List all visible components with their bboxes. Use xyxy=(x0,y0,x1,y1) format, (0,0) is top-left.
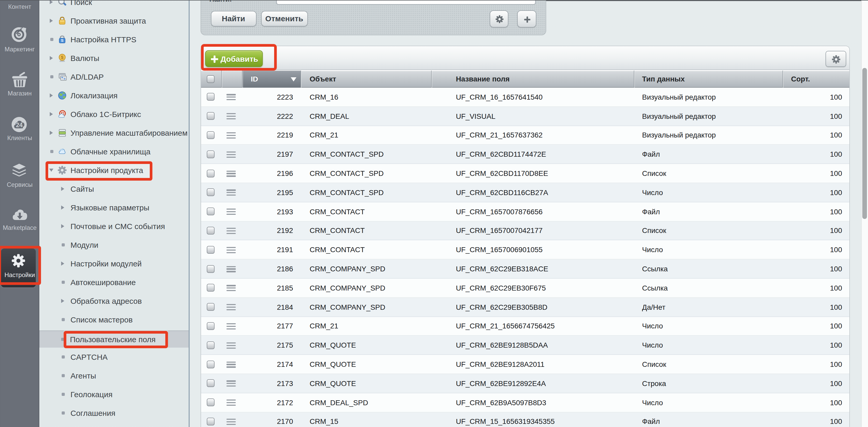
svg-text:$: $ xyxy=(61,55,63,60)
svg-text:24: 24 xyxy=(16,121,23,128)
svg-text:S: S xyxy=(61,38,63,42)
